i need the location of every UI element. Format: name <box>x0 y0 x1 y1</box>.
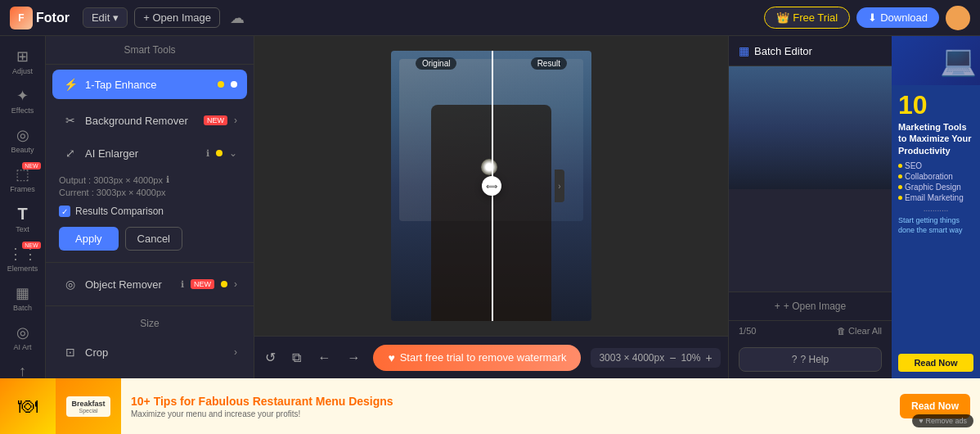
sidebar-item-adjust[interactable]: ⊞ Adjust <box>3 43 43 80</box>
sidebar-item-elements[interactable]: NEW ⋮⋮ Elements <box>3 240 43 278</box>
bg-remover-new-badge: NEW <box>204 115 227 125</box>
new-badge-elements: NEW <box>22 242 40 249</box>
download-icon: ⬇ <box>868 11 877 24</box>
bg-remover-icon: ✂ <box>62 112 79 129</box>
download-button[interactable]: ⬇ Download <box>856 7 939 28</box>
ad-dots: ........... <box>898 204 973 213</box>
sidebar-item-frames[interactable]: NEW ⬚ Frames <box>3 160 43 198</box>
canvas-toolbar: ↺ ⧉ ← → ♥ Start free trial to remove wat… <box>254 336 728 378</box>
bullet-icon <box>898 174 902 179</box>
batch-editor-header: ▦ Batch Editor <box>729 36 892 66</box>
ad-list-item-collab: Collaboration <box>898 172 973 181</box>
ad-title: Marketing Tools to Maximize Your Product… <box>898 121 973 156</box>
tool-ai-enlarger[interactable]: ⤢ AI Enlarger ℹ ⌄ <box>52 138 247 168</box>
object-remover-icon: ◎ <box>62 276 79 292</box>
canvas-main: Original Result ⟺ › <box>254 36 728 336</box>
obj-remover-new-badge: NEW <box>191 279 214 289</box>
sidebar-item-text[interactable]: T Text <box>3 200 43 238</box>
right-panel: ▦ Batch Editor + + Open Image 1/50 🗑 Cle… <box>728 36 892 378</box>
banner-subtitle: Maximize your menu and increase your pro… <box>131 409 890 418</box>
laptop-decoration-icon: 💻 <box>940 43 977 78</box>
bullet-icon <box>898 185 902 189</box>
section-divider-1 <box>46 262 254 263</box>
apply-button[interactable]: Apply <box>59 227 119 251</box>
logo: F Fotor <box>10 7 70 29</box>
remove-watermark-button[interactable]: ♥ Start free trial to remove watermark <box>373 345 581 371</box>
batch-icon: ▦ <box>16 284 29 302</box>
user-avatar[interactable] <box>946 6 970 30</box>
zoom-info: 3003 × 4000px − 10% + <box>591 348 720 368</box>
obj-remover-info-icon: ℹ <box>181 279 184 290</box>
new-badge-frames: NEW <box>22 162 40 170</box>
edit-button[interactable]: Edit ▾ <box>83 7 128 28</box>
zoom-out-button[interactable]: − <box>669 351 676 364</box>
enlarger-chevron: ⌄ <box>229 147 237 159</box>
apply-cancel-row: Apply Cancel <box>46 220 254 257</box>
undo-button[interactable]: ↺ <box>262 346 279 368</box>
remove-ads-button[interactable]: ♥ Remove ads <box>912 414 973 427</box>
obj-remover-dot <box>221 281 227 287</box>
sidebar-item-ai-art[interactable]: ◎ AI Art <box>3 319 43 356</box>
sidebar-item-uploads[interactable]: ↑ Uploads <box>3 358 43 378</box>
bg-remover-chevron: › <box>234 115 237 126</box>
sidebar-item-effects[interactable]: ✦ Effects <box>3 82 43 120</box>
comparison-handle[interactable]: ⟺ <box>482 176 501 196</box>
copy-button[interactable]: ⧉ <box>289 347 304 368</box>
bottom-banner: 🍽 Breakfast Special 10+ Tips for Fabulou… <box>0 378 980 434</box>
text-icon: T <box>17 205 27 224</box>
topbar-right: 👑 Free Trial ⬇ Download <box>764 6 970 30</box>
plus-icon: + <box>775 301 780 312</box>
ad-list-item-graphic: Graphic Design <box>898 183 973 192</box>
heart-icon: ♥ <box>388 351 394 364</box>
clear-all-button[interactable]: 🗑 Clear All <box>837 326 882 336</box>
enhance-dot-white <box>231 81 237 88</box>
trash-icon: 🗑 <box>837 326 846 336</box>
batch-preview-image <box>729 66 892 189</box>
tool-crop[interactable]: ⊡ Crop › <box>52 337 247 367</box>
sidebar-item-batch[interactable]: ▦ Batch <box>3 279 43 317</box>
tool-one-tap-enhance[interactable]: ⚡ 1-Tap Enhance <box>52 70 247 99</box>
results-comparison-checkbox[interactable]: ✓ <box>59 206 70 217</box>
topbar: F Fotor Edit ▾ + Open Image ☁ 👑 Free Tri… <box>0 0 980 36</box>
prev-button[interactable]: ← <box>314 347 334 368</box>
ad-read-now-button[interactable]: Read Now <box>898 354 973 372</box>
ad-list-item-seo: SEO <box>898 161 973 170</box>
ad-subtitle: Start getting things done the smart way <box>898 216 973 235</box>
ad-panel: 💻 10 Marketing Tools to Maximize Your Pr… <box>892 36 980 378</box>
ad-number: 10 <box>898 92 973 118</box>
next-button[interactable]: → <box>344 347 363 368</box>
chevron-down-icon: ▾ <box>113 11 119 24</box>
enhance-dot-yellow <box>218 81 224 88</box>
results-comparison-row: ✓ Results Comparison <box>46 202 254 220</box>
food-decoration-icon: 🍽 <box>18 395 38 418</box>
tool-object-remover[interactable]: ◎ Object Remover ℹ NEW › <box>52 269 247 299</box>
banner-food-image: 🍽 <box>0 378 56 434</box>
output-info: Output : 3003px × 4000px ℹ Current : 300… <box>46 170 254 202</box>
effects-icon: ✦ <box>16 87 29 105</box>
tool-background-remover[interactable]: ✂ Background Remover NEW › <box>52 106 247 135</box>
cancel-button[interactable]: Cancel <box>125 227 182 251</box>
section-divider-2 <box>46 305 254 306</box>
open-image-button[interactable]: + Open Image <box>134 7 220 28</box>
bullet-icon <box>898 164 902 168</box>
sidebar-item-beauty[interactable]: ◎ Beauty <box>3 121 43 159</box>
tool-rotate-flip[interactable]: ↻ Rotate & Flip › <box>52 370 247 378</box>
free-trial-button[interactable]: 👑 Free Trial <box>764 7 850 29</box>
question-icon: ? <box>792 354 798 365</box>
pagination-row: 1/50 🗑 Clear All <box>729 320 892 341</box>
ad-list-item-email: Email Marketing <box>898 193 973 202</box>
output-info-icon: ℹ <box>166 174 169 185</box>
label-original: Original <box>416 57 456 70</box>
zoom-in-button[interactable]: + <box>705 351 712 364</box>
collapse-handle[interactable]: › <box>555 170 564 202</box>
batch-open-image[interactable]: + + Open Image <box>729 292 892 320</box>
current-size-text: Current : 3003px × 4000px <box>59 188 241 197</box>
ad-content: 10 Marketing Tools to Maximize Your Prod… <box>892 85 980 349</box>
help-button[interactable]: ? ? Help <box>739 347 882 372</box>
batch-preview-area <box>729 66 892 292</box>
enhance-icon: ⚡ <box>62 76 79 93</box>
beauty-icon: ◎ <box>16 126 29 144</box>
output-size-text: Output : 3003px × 4000px ℹ <box>59 174 241 185</box>
ai-art-icon: ◎ <box>16 323 29 341</box>
crown-icon: 👑 <box>776 11 789 24</box>
